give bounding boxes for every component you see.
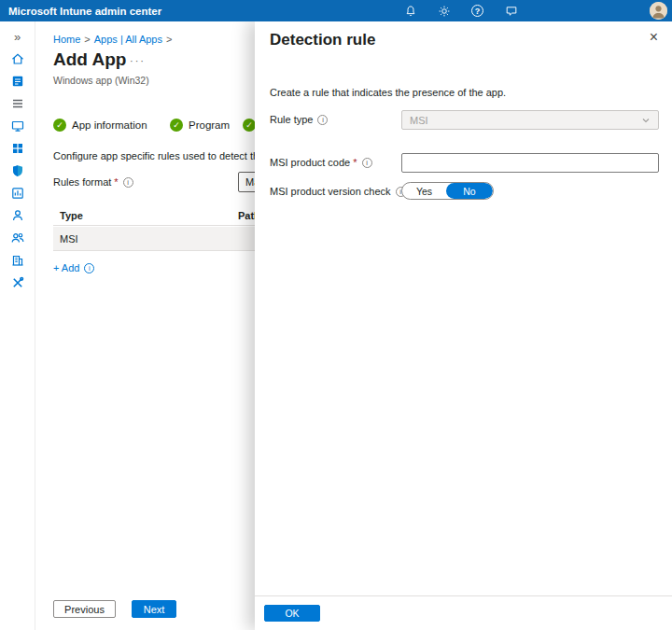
bell-icon [404, 5, 417, 18]
settings-button[interactable] [437, 4, 451, 18]
building-icon [10, 253, 25, 268]
topbar: Microsoft Intune admin center ? [0, 0, 672, 21]
double-chevron-right-icon: » [14, 31, 21, 43]
breadcrumb-apps[interactable]: Apps | All Apps [94, 34, 162, 45]
page-title: Add App [53, 49, 126, 70]
page-subtitle: Windows app (Win32) [53, 75, 149, 86]
panel-title: Detection rule [270, 31, 375, 49]
step-app-information[interactable]: ✓ App information [53, 119, 147, 132]
person-icon [650, 2, 667, 20]
topbar-icon-group: ? [403, 0, 518, 21]
people-group-icon [10, 231, 25, 245]
detection-rule-panel: Detection rule × Create a rule that indi… [255, 21, 672, 630]
breadcrumb: Home>Apps | All Apps> [53, 34, 175, 45]
check-circle-icon: ✓ [53, 119, 66, 132]
left-nav-sidebar: » [0, 21, 35, 630]
product-code-label: MSI product code * i [270, 157, 372, 168]
notifications-button[interactable] [403, 4, 417, 18]
breadcrumb-separator: > [166, 34, 172, 45]
sidebar-item-groups[interactable] [0, 227, 35, 249]
sidebar-item-users[interactable] [0, 204, 35, 227]
toggle-option-no[interactable]: No [446, 183, 493, 199]
toggle-option-yes[interactable]: Yes [402, 183, 446, 199]
cell-rule-type: MSI [60, 233, 78, 245]
dashboard-icon [10, 74, 25, 89]
panel-footer: OK [255, 595, 672, 630]
breadcrumb-home[interactable]: Home [53, 34, 80, 45]
sidebar-item-apps[interactable] [0, 137, 35, 160]
next-button[interactable]: Next [132, 600, 176, 618]
version-check-toggle: Yes No [401, 182, 494, 200]
bar-chart-icon [10, 186, 25, 201]
product-code-input[interactable] [401, 153, 659, 173]
shield-icon [10, 163, 25, 178]
rule-type-value: MSI [410, 115, 428, 126]
step-label: App information [72, 119, 147, 131]
home-icon [10, 51, 25, 66]
step-program[interactable]: ✓ Program [170, 119, 230, 132]
add-rule-link[interactable]: + Add i [53, 262, 94, 273]
sidebar-collapse-button[interactable]: » [0, 25, 35, 48]
apps-grid-icon [10, 141, 25, 156]
avatar[interactable] [650, 2, 667, 20]
crossed-tools-icon [10, 275, 25, 290]
version-check-label: MSI product version check i [270, 186, 406, 197]
check-circle-icon: ✓ [243, 119, 256, 132]
step-label: Program [189, 119, 230, 131]
help-button[interactable]: ? [470, 4, 484, 18]
close-icon[interactable]: × [650, 30, 658, 45]
sidebar-item-devices[interactable] [0, 115, 35, 137]
breadcrumb-separator: > [84, 34, 90, 45]
gear-icon [438, 5, 451, 18]
feedback-button[interactable] [504, 4, 518, 18]
column-header-type: Type [60, 210, 83, 221]
hamburger-list-icon [10, 96, 25, 111]
sidebar-item-dashboard[interactable] [0, 70, 35, 92]
previous-button[interactable]: Previous [53, 600, 116, 618]
help-icon: ? [471, 5, 483, 17]
required-asterisk: * [114, 176, 118, 188]
rules-description: Configure app specific rules used to det… [53, 150, 273, 161]
label-text: MSI product code [270, 157, 350, 168]
sidebar-item-troubleshooting[interactable] [0, 272, 35, 294]
sidebar-item-tenant-administration[interactable] [0, 249, 35, 272]
label-text: Rules format [53, 176, 111, 188]
sidebar-item-all-services[interactable] [0, 92, 35, 115]
feedback-icon [505, 5, 518, 18]
label-text: Rule type [270, 114, 313, 125]
required-asterisk: * [353, 157, 357, 168]
sidebar-item-endpoint-security[interactable] [0, 160, 35, 182]
sidebar-item-reports[interactable] [0, 182, 35, 204]
sidebar-item-home[interactable] [0, 48, 35, 70]
rules-format-label: Rules format * i [53, 176, 133, 188]
info-icon: i [317, 115, 328, 125]
app-title: Microsoft Intune admin center [8, 6, 161, 17]
add-label: + Add [53, 262, 79, 273]
title-ellipsis[interactable]: ··· [130, 55, 146, 66]
monitor-icon [10, 119, 25, 133]
panel-description: Create a rule that indicates the presenc… [270, 87, 506, 98]
label-text: MSI product version check [270, 186, 391, 197]
step-requirements[interactable]: ✓ [243, 119, 256, 132]
check-circle-icon: ✓ [170, 119, 183, 132]
rule-type-label: Rule type i [270, 114, 328, 125]
info-icon: i [362, 158, 372, 168]
ok-button[interactable]: OK [264, 605, 320, 622]
rule-type-dropdown: MSI [401, 110, 659, 130]
chevron-down-icon [641, 116, 651, 125]
user-icon [10, 208, 25, 223]
info-icon: i [123, 177, 133, 188]
info-icon: i [84, 263, 94, 273]
